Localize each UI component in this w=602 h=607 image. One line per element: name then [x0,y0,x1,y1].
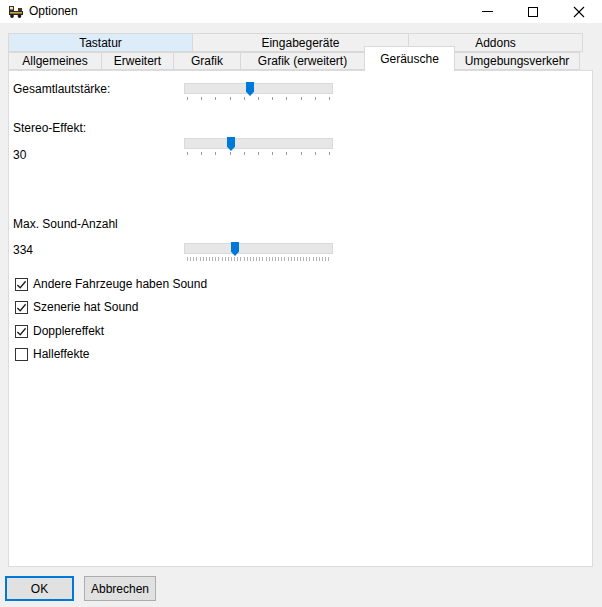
max-sound-anzahl-label: Max. Sound-Anzahl [13,217,118,231]
checkbox-box[interactable] [15,348,28,361]
max-sound-anzahl-slider[interactable] [184,243,333,263]
slider-ticks [184,257,333,262]
tab-allgemeines[interactable]: Allgemeines [8,52,102,70]
tab-label: Erweitert [114,54,161,68]
tab-label: Addons [475,36,516,50]
stereo-effekt-value: 30 [13,148,26,162]
checkbox-szenerie-hat-sound[interactable]: Szenerie hat Sound [15,300,138,314]
slider-track[interactable] [184,243,333,254]
tab-umgebungsverkehr[interactable]: Umgebungsverkehr [454,52,580,70]
gesamtlautstaerke-label: Gesamtlautstärke: [13,82,110,96]
slider-ticks [184,152,333,157]
tab-row-bottom: Allgemeines Erweitert Grafik Grafik (erw… [8,52,585,70]
checkbox-dopplereffekt[interactable]: Dopplereffekt [15,324,104,338]
minimize-icon [482,11,493,12]
checkbox-label: Andere Fahrzeuge haben Sound [33,277,207,291]
window-title: Optionen [29,4,78,18]
tab-label: Eingabegeräte [261,36,339,50]
stereo-effekt-slider[interactable] [184,138,333,158]
close-icon [573,6,585,18]
checkbox-label: Szenerie hat Sound [33,300,138,314]
tab-label: Geräusche [380,52,439,66]
train-icon [8,3,24,19]
checkmark-icon [16,326,27,337]
maximize-icon [528,7,538,17]
tab-erweitert[interactable]: Erweitert [101,52,174,70]
checkbox-box[interactable] [15,325,28,338]
checkbox-label: Halleffekte [33,347,89,361]
tab-label: Grafik [191,54,223,68]
tab-row-top: Tastatur Eingabegeräte Addons [8,33,585,52]
checkbox-box[interactable] [15,278,28,291]
window-controls [464,0,602,23]
tab-label: Allgemeines [22,54,87,68]
tab-label: Tastatur [79,36,122,50]
tab-label: Umgebungsverkehr [465,54,570,68]
checkbox-halleffekte[interactable]: Halleffekte [15,347,89,361]
tab-geraeusche[interactable]: Geräusche [364,46,455,71]
tab-content-pane: Gesamtlautstärke: Stereo-Effekt: 30 Max.… [8,70,593,567]
close-button[interactable] [556,0,602,23]
slider-track[interactable] [184,83,333,94]
titlebar: Optionen [0,0,602,23]
slider-track[interactable] [184,138,333,149]
tab-label: Grafik (erweitert) [258,54,347,68]
checkbox-label: Dopplereffekt [33,324,104,338]
checkbox-box[interactable] [15,301,28,314]
checkbox-andere-fahrzeuge-haben-sound[interactable]: Andere Fahrzeuge haben Sound [15,277,207,291]
options-dialog: Optionen Tastatur Eingabegeräte Addons A… [0,0,602,607]
tab-grafik-erweitert[interactable]: Grafik (erweitert) [240,52,365,70]
slider-ticks [184,97,333,102]
gesamtlautstaerke-slider[interactable] [184,83,333,103]
stereo-effekt-label: Stereo-Effekt: [13,121,86,135]
maximize-button[interactable] [510,0,556,23]
minimize-button[interactable] [464,0,510,23]
ok-button[interactable]: OK [5,576,74,601]
checkmark-icon [16,279,27,290]
tab-grafik[interactable]: Grafik [173,52,241,70]
cancel-button[interactable]: Abbrechen [84,576,156,601]
checkmark-icon [16,302,27,313]
max-sound-anzahl-value: 334 [13,243,33,257]
tab-tastatur[interactable]: Tastatur [8,33,193,52]
